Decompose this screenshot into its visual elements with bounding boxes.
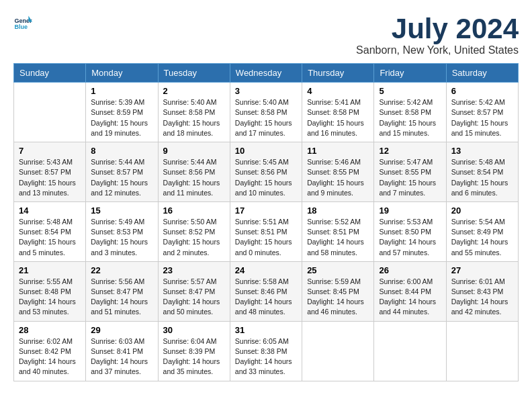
day-number: 27 xyxy=(451,265,513,275)
day-info: Sunrise: 6:05 AM Sunset: 8:38 PM Dayligh… xyxy=(235,336,297,377)
day-header-monday: Monday xyxy=(86,64,158,83)
day-info: Sunrise: 5:46 AM Sunset: 8:55 PM Dayligh… xyxy=(307,157,369,198)
calendar-cell: 1Sunrise: 5:39 AM Sunset: 8:59 PM Daylig… xyxy=(86,83,158,142)
calendar-cell: 31Sunrise: 6:05 AM Sunset: 8:38 PM Dayli… xyxy=(230,321,302,381)
calendar-week-4: 21Sunrise: 5:55 AM Sunset: 8:48 PM Dayli… xyxy=(14,261,519,321)
calendar-week-5: 28Sunrise: 6:02 AM Sunset: 8:42 PM Dayli… xyxy=(14,321,519,381)
day-number: 7 xyxy=(19,146,81,156)
day-number: 6 xyxy=(451,86,513,96)
calendar-table: SundayMondayTuesdayWednesdayThursdayFrid… xyxy=(13,63,519,381)
day-number: 30 xyxy=(163,325,225,335)
calendar-cell: 13Sunrise: 5:48 AM Sunset: 8:54 PM Dayli… xyxy=(446,142,518,202)
day-number: 1 xyxy=(91,86,152,96)
calendar-cell: 23Sunrise: 5:57 AM Sunset: 8:47 PM Dayli… xyxy=(158,261,230,321)
day-info: Sunrise: 5:42 AM Sunset: 8:58 PM Dayligh… xyxy=(379,97,441,138)
day-info: Sunrise: 5:48 AM Sunset: 8:54 PM Dayligh… xyxy=(19,217,81,258)
day-info: Sunrise: 6:00 AM Sunset: 8:44 PM Dayligh… xyxy=(379,277,441,318)
day-header-saturday: Saturday xyxy=(446,64,518,83)
logo: General Blue xyxy=(13,13,32,32)
calendar-title: July 2024 xyxy=(356,13,519,44)
page-header: General Blue July 2024 Sanborn, New York… xyxy=(13,13,519,56)
calendar-cell xyxy=(302,321,374,381)
calendar-cell xyxy=(14,83,86,142)
calendar-cell: 18Sunrise: 5:52 AM Sunset: 8:51 PM Dayli… xyxy=(302,201,374,261)
day-header-friday: Friday xyxy=(374,64,446,83)
day-info: Sunrise: 5:57 AM Sunset: 8:47 PM Dayligh… xyxy=(163,277,225,318)
calendar-cell: 28Sunrise: 6:02 AM Sunset: 8:42 PM Dayli… xyxy=(14,321,86,381)
calendar-cell: 20Sunrise: 5:54 AM Sunset: 8:49 PM Dayli… xyxy=(446,201,518,261)
day-number: 18 xyxy=(307,205,369,216)
day-number: 9 xyxy=(163,146,225,156)
title-area: July 2024 Sanborn, New York, United Stat… xyxy=(356,13,519,56)
calendar-cell: 29Sunrise: 6:03 AM Sunset: 8:41 PM Dayli… xyxy=(86,321,158,381)
calendar-cell: 10Sunrise: 5:45 AM Sunset: 8:56 PM Dayli… xyxy=(230,142,302,202)
calendar-cell xyxy=(374,321,446,381)
calendar-cell: 30Sunrise: 6:04 AM Sunset: 8:39 PM Dayli… xyxy=(158,321,230,381)
day-info: Sunrise: 5:59 AM Sunset: 8:45 PM Dayligh… xyxy=(307,277,369,318)
day-header-sunday: Sunday xyxy=(14,64,86,83)
day-info: Sunrise: 5:44 AM Sunset: 8:57 PM Dayligh… xyxy=(91,157,152,198)
day-number: 4 xyxy=(307,86,369,96)
day-info: Sunrise: 5:49 AM Sunset: 8:53 PM Dayligh… xyxy=(91,217,152,258)
day-number: 28 xyxy=(19,325,81,335)
day-info: Sunrise: 5:39 AM Sunset: 8:59 PM Dayligh… xyxy=(91,97,152,138)
day-info: Sunrise: 5:42 AM Sunset: 8:57 PM Dayligh… xyxy=(451,97,513,138)
day-info: Sunrise: 5:44 AM Sunset: 8:56 PM Dayligh… xyxy=(163,157,225,198)
day-info: Sunrise: 5:53 AM Sunset: 8:50 PM Dayligh… xyxy=(379,217,441,258)
calendar-subtitle: Sanborn, New York, United States xyxy=(356,44,519,56)
day-number: 11 xyxy=(307,146,369,156)
calendar-cell: 22Sunrise: 5:56 AM Sunset: 8:47 PM Dayli… xyxy=(86,261,158,321)
calendar-cell: 17Sunrise: 5:51 AM Sunset: 8:51 PM Dayli… xyxy=(230,201,302,261)
day-info: Sunrise: 5:41 AM Sunset: 8:58 PM Dayligh… xyxy=(307,97,369,138)
day-header-tuesday: Tuesday xyxy=(158,64,230,83)
day-info: Sunrise: 6:02 AM Sunset: 8:42 PM Dayligh… xyxy=(19,336,81,377)
day-number: 29 xyxy=(91,325,152,335)
day-number: 31 xyxy=(235,325,297,335)
day-number: 21 xyxy=(19,265,81,275)
calendar-week-1: 1Sunrise: 5:39 AM Sunset: 8:59 PM Daylig… xyxy=(14,83,519,142)
day-number: 26 xyxy=(379,265,441,275)
logo-icon: General Blue xyxy=(13,13,32,32)
day-info: Sunrise: 5:52 AM Sunset: 8:51 PM Dayligh… xyxy=(307,217,369,258)
day-info: Sunrise: 5:43 AM Sunset: 8:57 PM Dayligh… xyxy=(19,157,81,198)
day-number: 2 xyxy=(163,86,225,96)
day-number: 10 xyxy=(235,146,297,156)
calendar-cell: 15Sunrise: 5:49 AM Sunset: 8:53 PM Dayli… xyxy=(86,201,158,261)
day-info: Sunrise: 5:51 AM Sunset: 8:51 PM Dayligh… xyxy=(235,217,297,258)
day-info: Sunrise: 5:50 AM Sunset: 8:52 PM Dayligh… xyxy=(163,217,225,258)
calendar-cell: 4Sunrise: 5:41 AM Sunset: 8:58 PM Daylig… xyxy=(302,83,374,142)
calendar-cell: 19Sunrise: 5:53 AM Sunset: 8:50 PM Dayli… xyxy=(374,201,446,261)
day-number: 23 xyxy=(163,265,225,275)
calendar-cell xyxy=(446,321,518,381)
day-number: 8 xyxy=(91,146,152,156)
calendar-cell: 11Sunrise: 5:46 AM Sunset: 8:55 PM Dayli… xyxy=(302,142,374,202)
calendar-cell: 25Sunrise: 5:59 AM Sunset: 8:45 PM Dayli… xyxy=(302,261,374,321)
calendar-cell: 8Sunrise: 5:44 AM Sunset: 8:57 PM Daylig… xyxy=(86,142,158,202)
day-info: Sunrise: 5:56 AM Sunset: 8:47 PM Dayligh… xyxy=(91,277,152,318)
calendar-cell: 9Sunrise: 5:44 AM Sunset: 8:56 PM Daylig… xyxy=(158,142,230,202)
calendar-cell: 2Sunrise: 5:40 AM Sunset: 8:58 PM Daylig… xyxy=(158,83,230,142)
day-info: Sunrise: 6:01 AM Sunset: 8:43 PM Dayligh… xyxy=(451,277,513,318)
day-info: Sunrise: 5:48 AM Sunset: 8:54 PM Dayligh… xyxy=(451,157,513,198)
day-info: Sunrise: 5:58 AM Sunset: 8:46 PM Dayligh… xyxy=(235,277,297,318)
day-info: Sunrise: 5:45 AM Sunset: 8:56 PM Dayligh… xyxy=(235,157,297,198)
calendar-cell: 7Sunrise: 5:43 AM Sunset: 8:57 PM Daylig… xyxy=(14,142,86,202)
calendar-week-3: 14Sunrise: 5:48 AM Sunset: 8:54 PM Dayli… xyxy=(14,201,519,261)
calendar-cell: 5Sunrise: 5:42 AM Sunset: 8:58 PM Daylig… xyxy=(374,83,446,142)
day-info: Sunrise: 5:47 AM Sunset: 8:55 PM Dayligh… xyxy=(379,157,441,198)
day-number: 25 xyxy=(307,265,369,275)
calendar-week-2: 7Sunrise: 5:43 AM Sunset: 8:57 PM Daylig… xyxy=(14,142,519,202)
day-number: 12 xyxy=(379,146,441,156)
day-number: 15 xyxy=(91,205,152,216)
day-number: 5 xyxy=(379,86,441,96)
day-number: 14 xyxy=(19,205,81,216)
day-number: 22 xyxy=(91,265,152,275)
day-info: Sunrise: 6:04 AM Sunset: 8:39 PM Dayligh… xyxy=(163,336,225,377)
day-number: 16 xyxy=(163,205,225,216)
day-header-thursday: Thursday xyxy=(302,64,374,83)
calendar-cell: 14Sunrise: 5:48 AM Sunset: 8:54 PM Dayli… xyxy=(14,201,86,261)
calendar-cell: 21Sunrise: 5:55 AM Sunset: 8:48 PM Dayli… xyxy=(14,261,86,321)
day-number: 17 xyxy=(235,205,297,216)
calendar-cell: 26Sunrise: 6:00 AM Sunset: 8:44 PM Dayli… xyxy=(374,261,446,321)
day-number: 20 xyxy=(451,205,513,216)
